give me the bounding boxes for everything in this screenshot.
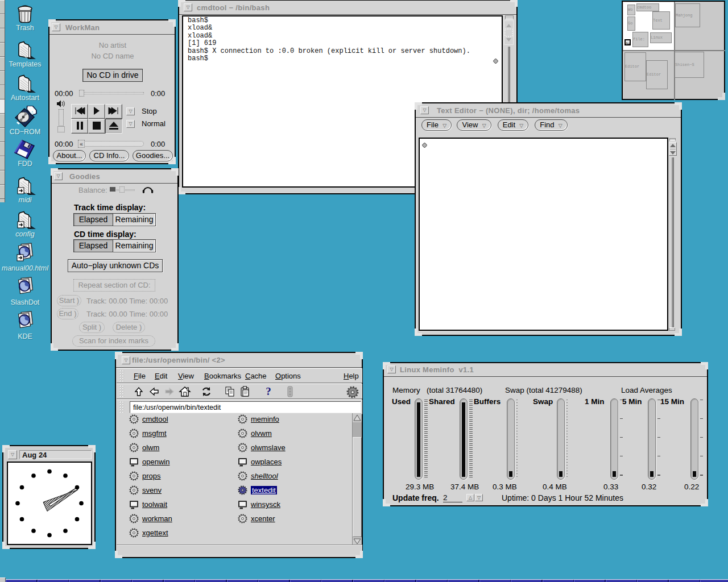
svg-text:?: ? bbox=[266, 386, 271, 397]
